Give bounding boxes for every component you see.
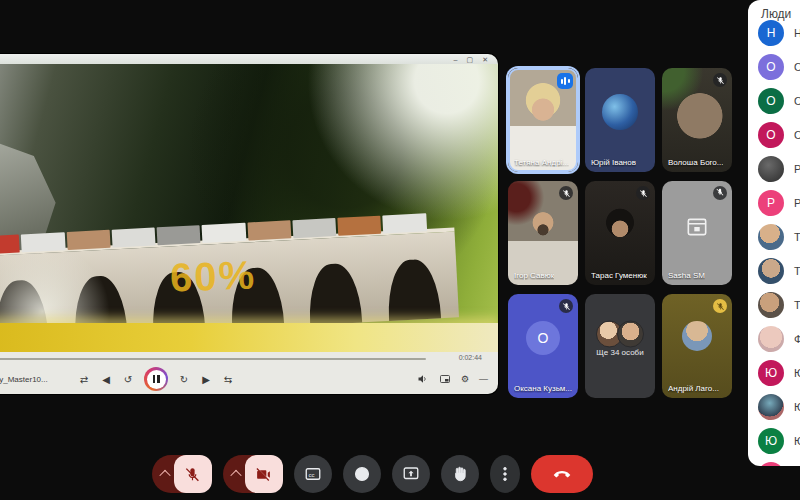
- people-list[interactable]: Н Н О О О О О О Р Р Р: [758, 16, 800, 466]
- microphone-off-button[interactable]: [174, 455, 212, 493]
- list-item[interactable]: Та: [758, 220, 800, 254]
- avatar: Ю: [758, 360, 784, 386]
- rewind-icon[interactable]: ↺: [122, 374, 134, 385]
- participant-tile[interactable]: О Оксана Кузьм...: [508, 294, 578, 398]
- participant-tile[interactable]: Sasha SM: [662, 181, 732, 285]
- participant-tile[interactable]: Тарас Гуменюк: [585, 181, 655, 285]
- bridge-arch: [386, 258, 441, 321]
- close-icon[interactable]: ✕: [482, 56, 488, 63]
- volume-icon[interactable]: [417, 373, 429, 385]
- mic-off-icon: [559, 186, 573, 200]
- seek-bar[interactable]: [0, 358, 426, 360]
- avatar: [682, 321, 712, 351]
- picture-in-picture-icon[interactable]: [439, 373, 451, 385]
- overflow-participants-tile[interactable]: Ще 34 особи: [585, 294, 655, 398]
- yellow-flowers: [0, 323, 498, 352]
- participant-tile[interactable]: Андрій Лаго...: [662, 294, 732, 398]
- mic-off-icon: [713, 299, 727, 313]
- avatar: [758, 326, 784, 352]
- list-item[interactable]: Ю Ю: [758, 424, 800, 458]
- participant-name: Волоша Бого...: [668, 158, 723, 167]
- participant-name: Андрій Лаго...: [668, 384, 719, 393]
- next-track-icon[interactable]: ▶: [200, 374, 212, 385]
- participant-grid: Тетяна Андрі... Юрій Іванов Волоша Бого.…: [508, 68, 732, 398]
- camera-options-chevron-icon[interactable]: [230, 470, 241, 481]
- avatar: [758, 156, 784, 182]
- participant-tile[interactable]: Ігор Савюк: [508, 181, 578, 285]
- media-filename: Day_Master10...: [0, 375, 48, 384]
- avatar: О: [758, 88, 784, 114]
- participant-tile[interactable]: Волоша Бого...: [662, 68, 732, 172]
- list-item[interactable]: О О: [758, 84, 800, 118]
- avatar: [758, 462, 784, 466]
- list-item[interactable]: [758, 458, 800, 466]
- raise-hand-button[interactable]: [441, 455, 479, 493]
- meeting-control-bar: cc: [0, 454, 744, 494]
- repeat-icon[interactable]: ⇆: [222, 374, 234, 385]
- player-more-icon[interactable]: —: [479, 374, 488, 384]
- participant-tile[interactable]: Юрій Іванов: [585, 68, 655, 172]
- camera-control-group: [223, 455, 283, 493]
- media-player-bar: 0:02:44 Day_Master10... ⇄ ◀ ↺ ↻ ▶ ⇆: [0, 352, 498, 394]
- closed-captions-button[interactable]: cc: [294, 455, 332, 493]
- list-item[interactable]: Те: [758, 254, 800, 288]
- video-watermark: 60%: [170, 253, 258, 301]
- mic-options-chevron-icon[interactable]: [159, 470, 170, 481]
- cc-label: cc: [308, 472, 314, 478]
- elapsed-time: 0:02:44: [459, 354, 482, 361]
- avatar: Н: [758, 20, 784, 46]
- avatar: [758, 292, 784, 318]
- player-settings-icon[interactable]: ⚙: [461, 374, 469, 384]
- previous-track-icon[interactable]: ◀: [100, 374, 112, 385]
- list-item[interactable]: О О: [758, 50, 800, 84]
- microphone-control-group: [152, 455, 212, 493]
- presentation-tile[interactable]: 60% – ▢ ✕ 0:02:44 Day_Master10... ⇄ ◀ ↺ …: [0, 54, 498, 394]
- camera-off-button[interactable]: [245, 455, 283, 493]
- list-item[interactable]: О О: [758, 118, 800, 152]
- pause-button[interactable]: [144, 367, 168, 391]
- list-item[interactable]: Ю: [758, 390, 800, 424]
- participant-name: Юрій Іванов: [591, 158, 636, 167]
- participant-name: Ігор Савюк: [514, 271, 554, 280]
- train-locomotive: [0, 235, 20, 255]
- mic-off-icon: [559, 299, 573, 313]
- avatar: [758, 258, 784, 284]
- audio-active-icon: [557, 73, 573, 89]
- meeting-window: 60% – ▢ ✕ 0:02:44 Day_Master10... ⇄ ◀ ↺ …: [0, 0, 800, 500]
- avatar: Р: [758, 190, 784, 216]
- avatar: Ю: [758, 428, 784, 454]
- mic-off-icon: [713, 186, 727, 200]
- avatar: [758, 224, 784, 250]
- list-item[interactable]: Та П: [758, 288, 800, 322]
- list-item[interactable]: Ю Ю: [758, 356, 800, 390]
- participant-name: Оксана Кузьм...: [514, 384, 572, 393]
- maximize-icon[interactable]: ▢: [467, 56, 474, 63]
- shared-window-icon: [684, 214, 710, 240]
- mic-off-icon: [636, 186, 650, 200]
- list-item[interactable]: Н Н: [758, 16, 800, 50]
- avatar: [602, 94, 638, 130]
- more-people-label: Ще 34 особи: [585, 348, 655, 357]
- participant-name: Тетяна Андрі...: [514, 158, 569, 167]
- avatar: О: [758, 122, 784, 148]
- reactions-button[interactable]: [343, 455, 381, 493]
- avatar: О: [758, 54, 784, 80]
- list-item[interactable]: Ф: [758, 322, 800, 356]
- more-options-button[interactable]: [490, 455, 520, 493]
- minimize-icon[interactable]: –: [454, 56, 458, 63]
- window-titlebar: – ▢ ✕: [0, 54, 498, 64]
- participant-tile[interactable]: Тетяна Андрі...: [508, 68, 578, 172]
- shuffle-icon[interactable]: ⇄: [78, 374, 90, 385]
- participant-name: Тарас Гуменюк: [591, 271, 647, 280]
- forward-icon[interactable]: ↻: [178, 374, 190, 385]
- shared-video-content: 60%: [0, 64, 498, 352]
- avatar: [758, 394, 784, 420]
- bridge-arch: [307, 262, 362, 325]
- mic-off-icon: [713, 73, 727, 87]
- list-item[interactable]: Р: [758, 152, 800, 186]
- end-call-button[interactable]: [531, 455, 593, 493]
- participant-name: Sasha SM: [668, 271, 705, 280]
- avatar-group: [596, 320, 644, 347]
- present-screen-button[interactable]: [392, 455, 430, 493]
- list-item[interactable]: Р Р: [758, 186, 800, 220]
